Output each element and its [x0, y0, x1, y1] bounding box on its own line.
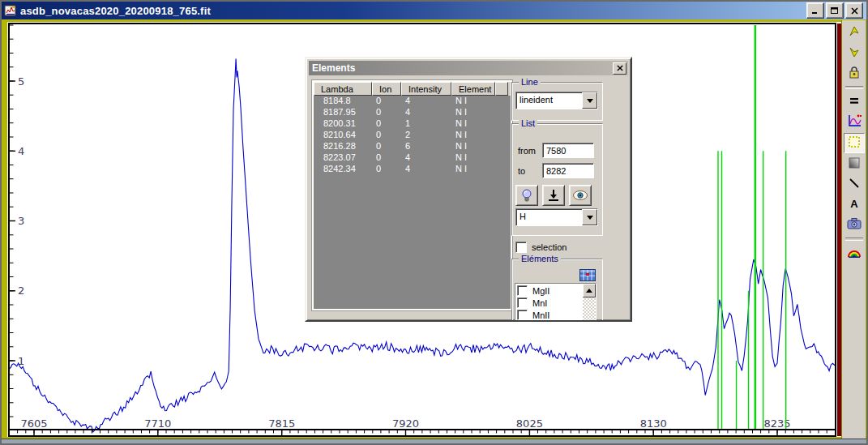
svg-text:4: 4 — [18, 145, 24, 157]
cell-ion: 0 — [372, 107, 401, 118]
cell-intensity: 1 — [401, 118, 451, 130]
cell-ion: 0 — [372, 96, 401, 107]
cell-element: N I — [451, 107, 495, 118]
elements-list-scrollbar[interactable] — [583, 284, 596, 321]
cell-intensity: 4 — [401, 96, 451, 107]
svg-text:7920: 7920 — [392, 417, 419, 430]
periodic-table-button[interactable] — [579, 268, 596, 282]
text-tool-icon: A — [848, 197, 861, 213]
selection-checkbox[interactable] — [515, 242, 527, 253]
selection-label: selection — [532, 242, 567, 252]
cell-ion: 0 — [372, 164, 401, 175]
toolbar-separator — [845, 86, 863, 89]
to-label: to — [518, 166, 525, 176]
cell-intensity: 4 — [401, 107, 451, 118]
element-item-mgii[interactable]: MgII — [517, 285, 582, 297]
palette-button[interactable] — [844, 244, 864, 263]
table-row[interactable]: 8223.0704N I — [314, 152, 511, 164]
elements-dialog-title: Elements — [309, 62, 355, 74]
app-window: { "window": { "title": "asdb_novacas2020… — [0, 0, 868, 445]
table-row[interactable]: 8216.2806N I — [314, 141, 511, 152]
chevron-down-icon — [587, 216, 593, 220]
element-checkbox[interactable] — [517, 297, 528, 308]
gradient-button[interactable] — [844, 155, 864, 173]
bulb-icon — [520, 188, 533, 203]
line-group-label: Line — [519, 77, 541, 87]
table-row[interactable]: 8210.6402N I — [314, 130, 511, 141]
svg-text:8235: 8235 — [763, 417, 790, 430]
minimize-icon — [811, 7, 819, 15]
equals-button[interactable] — [844, 92, 864, 111]
dropdown-button[interactable] — [582, 209, 597, 225]
window-bottom-border — [2, 439, 866, 445]
table-row[interactable]: 8187.9504N I — [314, 107, 511, 118]
lines-table[interactable]: LambdaIonIntensityElement8184.804N I8187… — [312, 80, 512, 310]
selection-marquee-button[interactable] — [844, 133, 865, 153]
column-header-intensity[interactable]: Intensity — [401, 82, 451, 96]
close-icon — [851, 7, 858, 15]
palette-icon — [847, 246, 862, 262]
eye-button[interactable] — [569, 185, 592, 206]
column-header-lambda[interactable]: Lambda — [314, 82, 372, 96]
selection-checkbox-row[interactable]: selection — [515, 242, 567, 253]
table-row[interactable]: 8200.3101N I — [314, 118, 511, 130]
svg-text:A: A — [850, 197, 858, 209]
column-header-element[interactable]: Element — [451, 82, 495, 96]
element-item-mni[interactable]: MnI — [517, 297, 582, 309]
element-item-mnii[interactable]: MnII — [517, 309, 582, 321]
to-input[interactable] — [542, 163, 594, 178]
close-icon — [617, 65, 623, 71]
scroll-up-button[interactable] — [583, 284, 596, 297]
line-draw-button[interactable] — [844, 175, 864, 194]
lock-icon — [848, 65, 861, 83]
column-header-ion[interactable]: Ion — [372, 82, 401, 96]
svg-text:8025: 8025 — [516, 417, 543, 430]
element-label: MnI — [532, 298, 547, 308]
elements-dialog: Elements LambdaIonIntensityElement8184.8… — [305, 57, 632, 322]
svg-text:7605: 7605 — [20, 417, 47, 430]
cell-lambda: 8200.31 — [314, 118, 372, 130]
svg-text:3: 3 — [18, 215, 24, 227]
dialog-close-button[interactable] — [613, 62, 626, 75]
chevron-down-icon — [587, 99, 593, 103]
insert-button[interactable] — [542, 185, 565, 206]
line-type-dropdown[interactable]: lineident — [515, 92, 598, 109]
arrow-down-button[interactable] — [844, 44, 864, 62]
elements-list: MgIIMnIMnII — [515, 283, 596, 322]
cell-ion: 0 — [372, 152, 401, 164]
down-arrow-icon — [547, 188, 560, 203]
periodic-table-icon — [579, 269, 596, 281]
lock-button[interactable] — [844, 64, 864, 83]
cell-element: N I — [451, 96, 495, 107]
snapshot-button[interactable] — [844, 216, 864, 234]
curve-plot-button[interactable] — [844, 113, 864, 131]
snapshot-icon — [847, 217, 862, 233]
text-tool-button[interactable]: A — [844, 195, 864, 214]
spectrum-document-icon — [4, 4, 17, 17]
svg-text:8130: 8130 — [640, 417, 667, 430]
window-titlebar[interactable]: asdb_novacas2020_20200918_765.fit — [2, 2, 866, 19]
dropdown-button[interactable] — [582, 92, 597, 109]
table-row[interactable]: 8242.3404N I — [314, 164, 511, 175]
equals-icon — [848, 94, 861, 110]
cell-intensity: 4 — [401, 152, 451, 164]
elements-dialog-titlebar[interactable]: Elements — [309, 61, 628, 75]
arrow-up-button[interactable] — [844, 24, 864, 42]
cell-element: N I — [451, 118, 495, 130]
bulb-button[interactable] — [515, 185, 538, 206]
element-dropdown[interactable]: H — [515, 208, 598, 226]
maximize-button[interactable] — [826, 2, 844, 19]
cell-ion: 0 — [372, 130, 401, 141]
toolbar-separator — [845, 237, 863, 241]
table-row[interactable]: 8184.804N I — [314, 96, 511, 107]
from-input[interactable] — [542, 143, 594, 158]
element-checkbox[interactable] — [517, 310, 528, 320]
list-group-label: List — [519, 118, 537, 128]
chevron-up-icon — [586, 289, 592, 293]
gradient-icon — [848, 156, 861, 173]
arrow-down-icon — [847, 45, 862, 62]
close-button[interactable] — [845, 2, 863, 19]
element-checkbox[interactable] — [517, 285, 528, 296]
minimize-button[interactable] — [806, 2, 824, 19]
column-header-spacer[interactable] — [495, 82, 508, 96]
